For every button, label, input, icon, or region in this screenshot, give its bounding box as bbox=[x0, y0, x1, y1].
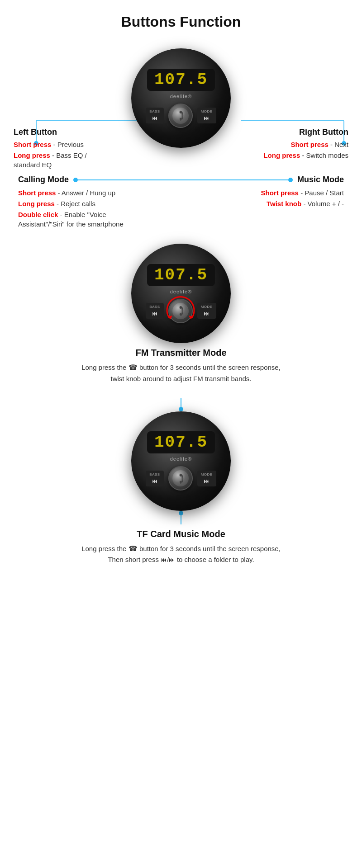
music-short-press: Short press bbox=[261, 189, 299, 197]
device-controls-3: BASS ⏮ 📞 MODE ⏭ bbox=[146, 466, 216, 491]
right-short-press-value: - Next bbox=[330, 141, 348, 148]
knob-1[interactable]: 📞 bbox=[168, 104, 193, 128]
next-arrow-2: ⏭ bbox=[204, 310, 210, 317]
next-arrow-3: ⏭ bbox=[204, 477, 210, 485]
button-section: 107.5 deelife® BASS ⏮ 📞 bbox=[9, 44, 353, 230]
right-button-heading: Right Button bbox=[263, 127, 348, 137]
tf-top-line bbox=[131, 398, 231, 411]
fm-desc-part1: Long press the bbox=[81, 363, 126, 371]
left-long-press-label: Long press bbox=[14, 151, 50, 159]
tf-desc: Long press the ☎ button for 3 seconds un… bbox=[45, 543, 317, 566]
calling-mode-heading: Calling Mode bbox=[18, 175, 69, 184]
freq-display-2: 107.5 bbox=[154, 266, 208, 284]
right-mode-dot bbox=[288, 178, 293, 182]
bass-button-3[interactable]: BASS ⏮ bbox=[146, 471, 163, 486]
calling-long-press: Long press bbox=[18, 200, 55, 208]
tf-section: 107.5 deelife® BASS ⏮ 📞 bbox=[9, 398, 353, 566]
device-fm-wrap: 107.5 deelife® BASS ⏮ bbox=[131, 244, 231, 343]
knob-inner-3: 📞 bbox=[172, 470, 189, 486]
tf-dot-bottom bbox=[179, 511, 183, 515]
brand-label-3: deelife® bbox=[170, 456, 192, 462]
device-screen-1: 107.5 bbox=[147, 69, 215, 91]
device-screen-3: 107.5 bbox=[147, 431, 215, 453]
right-short-press-label: Short press bbox=[291, 141, 328, 148]
calling-line3: Double click - Enable "Voice Assistant"/… bbox=[18, 210, 154, 229]
left-btn-line1: Short press - Previous bbox=[14, 140, 113, 149]
tf-bottom-line bbox=[131, 511, 231, 524]
phone-icon-inline-fm: ☎ bbox=[129, 363, 139, 371]
mode-label: MODE bbox=[201, 109, 213, 113]
calling-short-press: Short press bbox=[18, 189, 56, 197]
tf-title: TF Card Music Mode bbox=[9, 529, 353, 539]
right-long-press-label: Long press bbox=[263, 151, 300, 159]
right-long-press-value: - Switch modes bbox=[302, 151, 348, 159]
mode-label-3: MODE bbox=[201, 472, 213, 476]
right-btn-line1: Short press - Next bbox=[263, 140, 348, 149]
fm-knob-wrapper: 📞 bbox=[168, 299, 193, 323]
music-twist-knob: Twist knob bbox=[267, 200, 301, 208]
phone-icon-1: 📞 bbox=[174, 109, 187, 122]
tf-desc-part4: to choose a folder to play. bbox=[177, 556, 254, 563]
mode-section: Calling Mode Music Mode Short press - An… bbox=[9, 175, 353, 230]
brand-label-1: deelife® bbox=[170, 94, 192, 99]
right-button-label: Right Button Short press - Next Long pre… bbox=[263, 127, 348, 161]
fm-title: FM Transmitter Mode bbox=[9, 348, 353, 358]
tf-line-bottom bbox=[181, 515, 181, 524]
device-3-container: 107.5 deelife® BASS ⏮ 📞 bbox=[9, 398, 353, 524]
calling-mode-details: Short press - Answer / Hung up Long pres… bbox=[18, 188, 154, 230]
left-short-press-label: Short press bbox=[14, 141, 51, 148]
prev-next-icons-tf: ⏮/⏭ bbox=[161, 556, 177, 563]
device-screen-2: 107.5 bbox=[147, 264, 215, 286]
device-controls-2: BASS ⏮ bbox=[146, 299, 216, 323]
mode-button-2[interactable]: MODE ⏭ bbox=[197, 303, 216, 319]
prev-arrow-2: ⏮ bbox=[152, 310, 158, 317]
knob-3[interactable]: 📞 bbox=[168, 466, 193, 491]
mode-dot-line bbox=[78, 179, 288, 180]
page-title: Buttons Function bbox=[9, 14, 353, 30]
tf-dot-top bbox=[179, 407, 183, 411]
mode-button[interactable]: MODE ⏭ bbox=[197, 108, 216, 123]
left-button-label: Left Button Short press - Previous Long … bbox=[14, 127, 113, 171]
calling-line1: Short press - Answer / Hung up bbox=[18, 188, 154, 198]
left-short-press-value: - Previous bbox=[53, 141, 84, 148]
left-mode-dot bbox=[73, 178, 78, 182]
calling-line2: Long press - Reject calls bbox=[18, 199, 154, 208]
bass-button[interactable]: BASS ⏮ bbox=[146, 108, 163, 123]
freq-display-3: 107.5 bbox=[154, 433, 208, 452]
freq-display-1: 107.5 bbox=[154, 71, 208, 89]
tf-line-top bbox=[181, 398, 181, 407]
music-line2: Twist knob - Volume + / - bbox=[261, 199, 344, 208]
right-btn-line2: Long press - Switch modes bbox=[263, 151, 348, 160]
phone-icon-inline-tf: ☎ bbox=[129, 545, 139, 552]
device-controls-1: BASS ⏮ 📞 MODE ⏭ bbox=[146, 104, 216, 128]
music-mode-heading: Music Mode bbox=[297, 175, 344, 184]
knob-inner-1: 📞 bbox=[172, 108, 189, 124]
fm-desc-part2: button for 3 seconds until the screen re… bbox=[139, 363, 281, 371]
music-short-press-val: - Pause / Start bbox=[300, 189, 344, 197]
bass-label: BASS bbox=[149, 109, 160, 113]
calling-double-click: Double click bbox=[18, 211, 58, 218]
next-arrow: ⏭ bbox=[204, 114, 210, 122]
fm-desc-part3: twist knob around to adjust FM transmit … bbox=[111, 375, 252, 382]
mode-button-3[interactable]: MODE ⏭ bbox=[197, 471, 216, 486]
tf-device-wrap: 107.5 deelife® BASS ⏮ 📞 bbox=[131, 398, 231, 524]
tf-desc-part3: Then short press bbox=[108, 556, 159, 563]
device-1: 107.5 deelife® BASS ⏮ 📞 bbox=[131, 48, 231, 148]
device-2: 107.5 deelife® BASS ⏮ bbox=[131, 244, 231, 343]
music-twist-knob-val: - Volume + / - bbox=[303, 200, 344, 208]
prev-arrow-3: ⏮ bbox=[152, 477, 158, 485]
device-2-container: 107.5 deelife® BASS ⏮ bbox=[9, 244, 353, 343]
fm-section: 107.5 deelife® BASS ⏮ bbox=[9, 244, 353, 384]
left-button-heading: Left Button bbox=[14, 127, 113, 137]
left-btn-line2: Long press - Bass EQ / standard EQ bbox=[14, 151, 113, 170]
tf-desc-part2: button for 3 seconds until the screen re… bbox=[139, 545, 281, 552]
bass-label-3: BASS bbox=[149, 472, 160, 476]
bass-label-2: BASS bbox=[149, 305, 160, 309]
page: Buttons Function 107.5 bbox=[0, 0, 362, 592]
bass-button-2[interactable]: BASS ⏮ bbox=[146, 303, 163, 319]
device-3: 107.5 deelife® BASS ⏮ 📞 bbox=[131, 411, 231, 511]
tf-desc-part1: Long press the bbox=[81, 545, 126, 552]
calling-long-press-val: - Reject calls bbox=[57, 200, 95, 208]
prev-arrow: ⏮ bbox=[152, 114, 158, 122]
music-line1: Short press - Pause / Start bbox=[261, 188, 344, 198]
